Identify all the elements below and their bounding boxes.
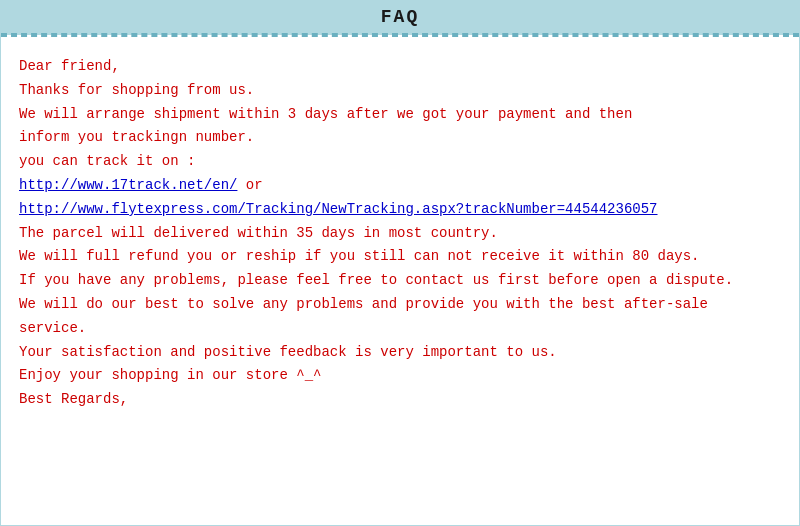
line-shipment2: inform you trackingn number. [19, 126, 781, 150]
url-or-separator: or [237, 177, 262, 193]
url-17track[interactable]: http://www.17track.net/en/ [19, 177, 237, 193]
url-flytexpress[interactable]: http://www.flytexpress.com/Tracking/NewT… [19, 201, 658, 217]
line-satisfaction: Your satisfaction and positive feedback … [19, 341, 781, 365]
line-url1: http://www.17track.net/en/ or [19, 174, 781, 198]
line-problems: If you have any problems, please feel fr… [19, 269, 781, 293]
faq-content: Dear friend, Thanks for shopping from us… [1, 37, 799, 422]
line-url2: http://www.flytexpress.com/Tracking/NewT… [19, 198, 781, 222]
faq-title: FAQ [381, 7, 419, 27]
line-shipment1: We will arrange shipment within 3 days a… [19, 103, 781, 127]
line-track-intro: you can track it on : [19, 150, 781, 174]
line-enjoy: Enjoy your shopping in our store ^_^ [19, 364, 781, 388]
line-service: service. [19, 317, 781, 341]
line-best1: We will do our best to solve any problem… [19, 293, 781, 317]
line-regards: Best Regards, [19, 388, 781, 412]
line-parcel: The parcel will delivered within 35 days… [19, 222, 781, 246]
line-thanks: Thanks for shopping from us. [19, 79, 781, 103]
page-wrapper: FAQ Dear friend, Thanks for shopping fro… [0, 0, 800, 526]
faq-header: FAQ [1, 1, 799, 35]
line-refund: We will full refund you or reship if you… [19, 245, 781, 269]
line-dear-friend: Dear friend, [19, 55, 781, 79]
